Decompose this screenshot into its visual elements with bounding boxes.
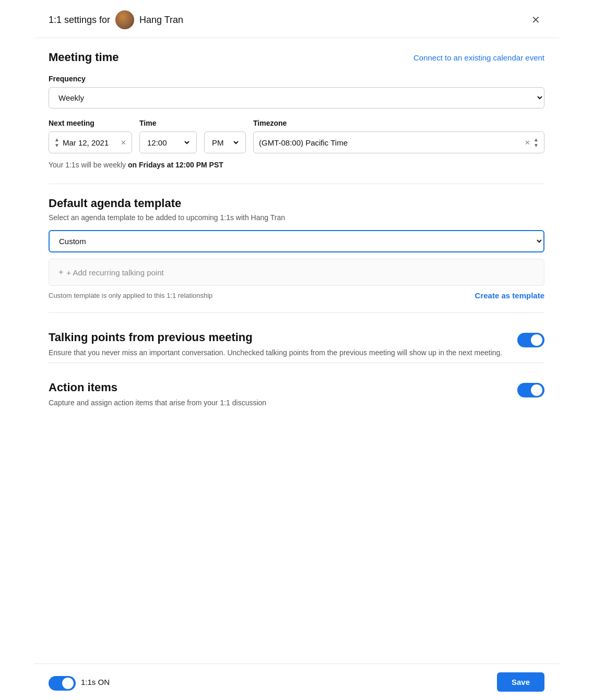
agenda-template-title: Default agenda template bbox=[49, 197, 181, 210]
action-items-slider bbox=[517, 383, 544, 397]
time-select[interactable]: 12:00 bbox=[145, 138, 191, 148]
time-input[interactable]: 12:00 bbox=[139, 131, 197, 153]
ones-on-slider bbox=[49, 676, 76, 691]
plus-icon: + bbox=[58, 268, 63, 277]
close-button[interactable]: ✕ bbox=[527, 13, 544, 27]
date-time-row: Next meeting ▲▼ Mar 12, 2021 ✕ Time 12:0… bbox=[49, 119, 544, 153]
ones-on-toggle[interactable] bbox=[49, 676, 76, 691]
divider-2 bbox=[49, 312, 544, 313]
action-items-left: Action items Capture and assign action i… bbox=[49, 381, 517, 408]
ampm-select[interactable]: PM bbox=[210, 138, 240, 148]
save-button[interactable]: Save bbox=[497, 672, 544, 692]
title-prefix: 1:1 settings for bbox=[49, 15, 110, 26]
action-items-description: Capture and assign action items that ari… bbox=[49, 397, 507, 408]
meeting-time-header: Meeting time Connect to an existing cale… bbox=[49, 51, 544, 64]
action-items-title: Action items bbox=[49, 381, 507, 394]
ampm-label bbox=[204, 119, 246, 127]
timezone-input[interactable]: (GMT-08:00) Pacific Time ✕ ▲▼ bbox=[253, 131, 544, 153]
next-meeting-label: Next meeting bbox=[49, 119, 132, 127]
frequency-field: Frequency Weekly bbox=[49, 75, 544, 108]
talking-points-section: Talking points from previous meeting Ens… bbox=[49, 325, 544, 358]
modal-footer: 1:1s ON Save bbox=[34, 663, 559, 700]
connect-calendar-link[interactable]: Connect to an existing calendar event bbox=[413, 53, 544, 62]
template-note-row: Custom template is only applied to this … bbox=[49, 291, 544, 300]
user-name: Hang Tran bbox=[139, 15, 183, 26]
next-meeting-input[interactable]: ▲▼ Mar 12, 2021 ✕ bbox=[49, 131, 132, 153]
timezone-field: Timezone (GMT-08:00) Pacific Time ✕ ▲▼ bbox=[253, 119, 544, 153]
add-talking-point-label: + Add recurring talking point bbox=[66, 268, 163, 277]
avatar bbox=[115, 10, 134, 29]
talking-points-toggle[interactable] bbox=[517, 333, 544, 347]
timezone-arrows: ▲▼ bbox=[533, 137, 539, 148]
custom-template-note: Custom template is only applied to this … bbox=[49, 292, 212, 299]
modal-header: 1:1 settings for Hang Tran ✕ bbox=[34, 0, 559, 38]
header-title: 1:1 settings for Hang Tran bbox=[49, 10, 183, 29]
talking-points-description: Ensure that you never miss an important … bbox=[49, 347, 507, 358]
meeting-summary: Your 1:1s will be weekly on Fridays at 1… bbox=[49, 161, 544, 169]
divider-3 bbox=[49, 363, 544, 363]
ampm-field: PM bbox=[204, 119, 246, 153]
ones-on-label: 1:1s ON bbox=[81, 678, 110, 686]
timezone-clear-button[interactable]: ✕ bbox=[525, 139, 530, 147]
summary-static: Your 1:1s will be weekly bbox=[49, 161, 126, 169]
timezone-label: Timezone bbox=[253, 119, 544, 127]
time-field: Time 12:00 bbox=[139, 119, 197, 153]
date-clear-button[interactable]: ✕ bbox=[121, 139, 126, 147]
timezone-value: (GMT-08:00) Pacific Time bbox=[259, 138, 521, 147]
divider-1 bbox=[49, 184, 544, 184]
frequency-select[interactable]: Weekly bbox=[49, 87, 544, 108]
next-meeting-value: Mar 12, 2021 bbox=[63, 138, 117, 147]
modal-content: Meeting time Connect to an existing cale… bbox=[34, 38, 559, 464]
action-items-toggle[interactable] bbox=[517, 383, 544, 397]
talking-points-title: Talking points from previous meeting bbox=[49, 331, 507, 344]
meeting-time-title: Meeting time bbox=[49, 51, 118, 64]
agenda-subtitle: Select an agenda template to be added to… bbox=[49, 213, 544, 222]
agenda-template-header: Default agenda template bbox=[49, 197, 544, 210]
frequency-label: Frequency bbox=[49, 75, 544, 83]
agenda-template-select[interactable]: Custom bbox=[49, 230, 544, 252]
ampm-input[interactable]: PM bbox=[204, 131, 246, 153]
talking-points-slider bbox=[517, 333, 544, 347]
add-talking-point-button[interactable]: + + Add recurring talking point bbox=[49, 259, 544, 286]
next-meeting-field: Next meeting ▲▼ Mar 12, 2021 ✕ bbox=[49, 119, 132, 153]
talking-points-left: Talking points from previous meeting Ens… bbox=[49, 331, 517, 358]
summary-bold: on Fridays at 12:00 PM PST bbox=[128, 161, 223, 169]
create-template-link[interactable]: Create as template bbox=[475, 291, 544, 300]
footer-left: 1:1s ON bbox=[49, 674, 110, 691]
date-arrows: ▲▼ bbox=[54, 137, 60, 148]
action-items-section: Action items Capture and assign action i… bbox=[49, 376, 544, 408]
time-label: Time bbox=[139, 119, 197, 127]
